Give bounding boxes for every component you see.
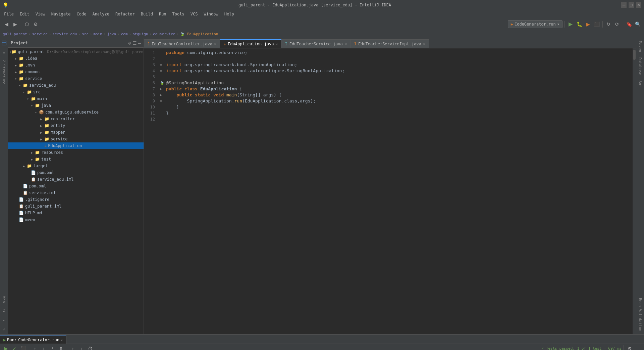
- sidebar-right-maven[interactable]: Maven: [637, 40, 643, 53]
- run-with-coverage-button[interactable]: ▶: [584, 20, 592, 28]
- menu-window[interactable]: Window: [201, 11, 221, 17]
- tree-item-java[interactable]: ▾ 📁 java: [8, 102, 144, 109]
- tree-item-help-md[interactable]: 📄 HELP.md: [8, 210, 144, 216]
- menu-build[interactable]: Build: [138, 11, 156, 17]
- tree-item-mvnw[interactable]: 📄 mvnw: [8, 216, 144, 223]
- menu-run[interactable]: Run: [156, 11, 169, 17]
- tab-close-controller[interactable]: ✕: [214, 42, 216, 46]
- tab-close-impl[interactable]: ✕: [423, 42, 425, 46]
- tree-item-service-edu[interactable]: ▾ 📁 service_edu: [8, 82, 144, 89]
- tree-item-entity[interactable]: ▶ 📁 entity: [8, 122, 144, 129]
- tree-item-guli-parent-iml[interactable]: 📋 guli_parent.iml: [8, 203, 144, 210]
- project-layout-icon[interactable]: ☰: [132, 40, 137, 46]
- scroll-down-button[interactable]: ↓: [78, 345, 85, 350]
- sidebar-icon-favorites[interactable]: ★: [1, 316, 7, 323]
- sidebar-right-bean-validation[interactable]: Bean Validation: [637, 297, 643, 333]
- tree-item-pom-service[interactable]: 📄 pom.xml: [8, 183, 144, 189]
- tree-item-target[interactable]: ▶ 📁 target: [8, 163, 144, 169]
- scroll-up-button[interactable]: ↑: [69, 345, 76, 350]
- find-button[interactable]: 🔍: [634, 20, 641, 28]
- tab-close-app[interactable]: ✕: [276, 42, 278, 46]
- tree-item-package[interactable]: ▾ 📦 com.atguigu.eduservice: [8, 109, 144, 116]
- tree-item-src[interactable]: ▾ 📁 src: [8, 89, 144, 95]
- tree-item-mvn[interactable]: ▶ 📁 .mvn: [8, 62, 144, 69]
- close-button[interactable]: ✕: [636, 2, 641, 8]
- tree-item-service-edu-iml[interactable]: 📋 service_edu.iml: [8, 176, 144, 183]
- tab-eduapplication[interactable]: ☕ EduApplication.java ✕: [220, 39, 282, 48]
- breadcrumb-service-edu[interactable]: service_edu: [52, 32, 77, 36]
- run-button[interactable]: ▶: [567, 20, 574, 28]
- tab-eduteachercontroller[interactable]: J EduTeacherController.java ✕: [144, 39, 220, 48]
- breadcrumb-guli-parent[interactable]: guli_parent: [3, 32, 27, 36]
- breadcrumb-eduservice[interactable]: eduservice: [153, 32, 175, 36]
- breadcrumb-service[interactable]: service: [32, 32, 47, 36]
- sort-button[interactable]: ↨: [40, 345, 47, 350]
- tree-item-main[interactable]: ▾ 📁 main: [8, 95, 144, 102]
- tree-item-pom-service-edu[interactable]: 📄 pom.xml: [8, 169, 144, 176]
- back-button[interactable]: ◀: [3, 20, 10, 28]
- project-structure-button[interactable]: ⬡: [23, 20, 31, 28]
- sidebar-icon-2[interactable]: 2: [1, 307, 7, 314]
- project-minimize-icon[interactable]: —: [138, 40, 141, 46]
- menu-analyze[interactable]: Analyze: [90, 11, 112, 17]
- sidebar-label-web[interactable]: Web: [1, 295, 7, 304]
- scroll-thumb[interactable]: [633, 50, 636, 60]
- editor-scrollbar[interactable]: [633, 48, 636, 334]
- stop-button[interactable]: ⬛: [593, 20, 600, 28]
- reload-button[interactable]: ⟳: [613, 20, 621, 28]
- stop-run-button[interactable]: ⬛: [19, 345, 27, 350]
- run-again-button[interactable]: ▶: [2, 345, 9, 350]
- tree-item-idea[interactable]: ▶ 📁 .idea: [8, 55, 144, 62]
- menu-vcs[interactable]: VCS: [188, 11, 201, 17]
- menu-navigate[interactable]: Navigate: [49, 11, 73, 17]
- code-content[interactable]: package com.atguigu.eduservice; ⊖ import…: [157, 48, 633, 334]
- run-tab-close[interactable]: ✕: [61, 338, 63, 342]
- menu-tools[interactable]: Tools: [170, 11, 187, 17]
- tree-item-controller[interactable]: ▶ 📁 controller: [8, 116, 144, 122]
- sidebar-icon-project[interactable]: [1, 40, 7, 46]
- filter-button[interactable]: ⋮: [49, 345, 56, 350]
- breadcrumb-java[interactable]: java: [107, 32, 116, 36]
- breadcrumb-com[interactable]: com: [121, 32, 128, 36]
- sidebar-right-database[interactable]: Database: [637, 56, 643, 77]
- project-cog-icon[interactable]: ⚙: [128, 40, 131, 46]
- tree-item-test[interactable]: ▶ 📁 test: [8, 156, 144, 163]
- tab-eduteacherservice[interactable]: I EduTeacherService.java ✕: [281, 39, 350, 48]
- debug-button[interactable]: 🐛: [576, 20, 583, 28]
- clock-button[interactable]: ⏱: [87, 345, 94, 350]
- tree-item-service[interactable]: ▾ 📁 service: [8, 75, 144, 82]
- tree-item-common[interactable]: ▶ 📁 common: [8, 69, 144, 75]
- minimize-button[interactable]: ─: [621, 2, 627, 8]
- forward-button[interactable]: ▶: [11, 20, 19, 28]
- breadcrumb-atguigu[interactable]: atguigu: [132, 32, 148, 36]
- breadcrumb-eduapplication[interactable]: 🍃 EduApplication: [180, 32, 218, 36]
- settings-button[interactable]: ⚙: [32, 20, 39, 28]
- tree-item-gitignore[interactable]: 📄 .gitignore: [8, 196, 144, 203]
- sidebar-icon-structure[interactable]: ≡: [1, 49, 7, 56]
- update-button[interactable]: ↻: [605, 20, 612, 28]
- tree-item-mapper[interactable]: ▶ 📁 mapper: [8, 129, 144, 136]
- sidebar-icon-run-dash[interactable]: ⚡: [1, 326, 7, 333]
- maximize-button[interactable]: □: [629, 2, 634, 8]
- rerun-button[interactable]: ↕: [31, 345, 39, 350]
- bookmark-button[interactable]: 🔖: [625, 20, 633, 28]
- breadcrumb-main[interactable]: main: [93, 32, 102, 36]
- menu-refactor[interactable]: Refactor: [113, 11, 138, 17]
- menu-help[interactable]: Help: [222, 11, 237, 17]
- menu-view[interactable]: View: [33, 11, 48, 17]
- menu-edit[interactable]: Edit: [17, 11, 32, 17]
- tree-item-service-folder[interactable]: ▶ 📁 service: [8, 136, 144, 142]
- run-config-selector[interactable]: ▶ CodeGenerator.run ▾: [508, 20, 562, 28]
- settings-run-button[interactable]: ⚙: [626, 345, 633, 350]
- bottom-tab-run[interactable]: ▶ Run: CodeGenerator.run ✕: [0, 336, 66, 344]
- menu-file[interactable]: File: [1, 11, 16, 17]
- tree-item-eduapplication[interactable]: ☕ EduApplication: [8, 142, 144, 149]
- tab-close-service[interactable]: ✕: [345, 42, 347, 46]
- tree-item-root[interactable]: ▾ 📁 guli_parent D:\UserData\Desktop\xiao…: [8, 48, 144, 55]
- sidebar-right-ant[interactable]: Ant: [637, 79, 643, 89]
- minimize-panel-button[interactable]: —: [635, 345, 642, 350]
- import-button[interactable]: ⬆: [57, 345, 65, 350]
- sidebar-label-structure[interactable]: Z Structure: [1, 58, 7, 86]
- tab-eduteacherserviceimpl[interactable]: J EduTeacherServiceImpl.java ✕: [351, 39, 429, 48]
- tree-item-resources[interactable]: ▶ 📁 resources: [8, 149, 144, 156]
